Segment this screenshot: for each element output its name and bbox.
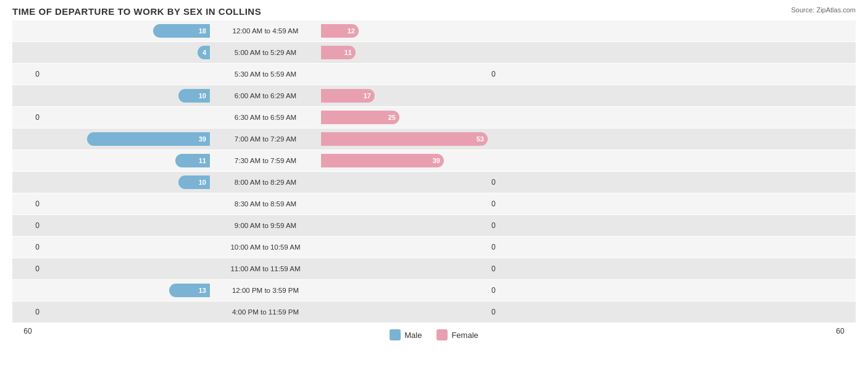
time-label: 7:30 AM to 7:59 AM — [210, 157, 321, 164]
left-value: 0 — [12, 243, 43, 251]
right-bar-area — [321, 197, 488, 211]
chart-container: TIME OF DEPARTURE TO WORK BY SEX IN COLL… — [0, 0, 868, 367]
male-bar: 4 — [198, 46, 210, 59]
right-bar-area — [321, 67, 488, 81]
source-text: Source: ZipAtlas.com — [791, 6, 856, 14]
chart-title: TIME OF DEPARTURE TO WORK BY SEX IN COLL… — [12, 6, 856, 17]
time-label: 5:00 AM to 5:29 AM — [210, 49, 321, 56]
chart-row: 0 9:00 AM to 9:59 AM 0 — [12, 215, 856, 236]
right-bar-area: 39 — [321, 154, 488, 167]
time-label: 8:00 AM to 8:29 AM — [210, 179, 321, 186]
legend-female-label: Female — [451, 331, 478, 340]
male-bar: 13 — [169, 284, 210, 297]
right-value: 0 — [488, 200, 519, 208]
right-value: 0 — [488, 178, 519, 187]
left-bar-area: 13 — [43, 284, 210, 297]
right-value: 0 — [488, 286, 519, 295]
left-bar-area: 4 — [43, 46, 210, 59]
chart-row: 0 4:00 PM to 11:59 PM 0 — [12, 302, 856, 323]
left-bar-area: 39 — [43, 132, 210, 146]
chart-area: 18 12:00 AM to 4:59 AM 12 4 5:00 AM to 5… — [12, 20, 856, 326]
male-bar: 10 — [178, 89, 210, 103]
legend: Male Female — [390, 329, 478, 340]
right-bar-area — [321, 305, 488, 319]
left-value: 0 — [12, 308, 43, 316]
left-value: 0 — [12, 70, 43, 78]
chart-row: 0 5:30 AM to 5:59 AM 0 — [12, 64, 856, 85]
time-label: 11:00 AM to 11:59 AM — [210, 265, 321, 272]
left-bar-area — [43, 197, 210, 211]
left-bar-area — [43, 67, 210, 81]
chart-row: 18 12:00 AM to 4:59 AM 12 — [12, 20, 856, 41]
time-label: 9:00 AM to 9:59 AM — [210, 222, 321, 229]
right-bar-area — [321, 262, 488, 276]
axis-right: 60 — [825, 327, 856, 340]
right-bar-area — [321, 284, 488, 297]
right-bar-area — [321, 175, 488, 189]
right-bar-area — [321, 240, 488, 254]
time-label: 4:00 PM to 11:59 PM — [210, 308, 321, 316]
right-bar-area: 53 — [321, 132, 488, 146]
time-label: 10:00 AM to 10:59 AM — [210, 243, 321, 251]
left-value: 0 — [12, 264, 43, 273]
time-label: 12:00 AM to 4:59 AM — [210, 27, 321, 35]
time-label: 8:30 AM to 8:59 AM — [210, 200, 321, 208]
female-bar: 25 — [321, 111, 399, 124]
left-bar-area — [43, 219, 210, 232]
chart-row: 0 10:00 AM to 10:59 AM 0 — [12, 237, 856, 258]
right-bar-area: 12 — [321, 24, 488, 38]
chart-row: 0 11:00 AM to 11:59 AM 0 — [12, 258, 856, 279]
female-bar: 17 — [321, 89, 375, 103]
chart-row: 0 6:30 AM to 6:59 AM 25 — [12, 107, 856, 128]
female-bar: 11 — [321, 46, 356, 59]
right-value: 0 — [488, 70, 519, 78]
female-bar: 39 — [321, 154, 444, 167]
time-label: 12:00 PM to 3:59 PM — [210, 287, 321, 294]
male-bar: 10 — [178, 175, 210, 189]
right-value: 0 — [488, 243, 519, 251]
chart-row: 39 7:00 AM to 7:29 AM 53 — [12, 129, 856, 150]
time-label: 7:00 AM to 7:29 AM — [210, 135, 321, 143]
male-bar: 18 — [153, 24, 210, 38]
left-bar-area — [43, 111, 210, 124]
left-bar-area: 10 — [43, 175, 210, 189]
chart-row: 10 6:00 AM to 6:29 AM 17 — [12, 85, 856, 106]
left-bar-area: 11 — [43, 154, 210, 167]
right-value: 0 — [488, 264, 519, 273]
left-bar-area — [43, 240, 210, 254]
axis-left: 60 — [12, 327, 43, 340]
right-bar-area: 25 — [321, 111, 488, 124]
chart-row: 0 8:30 AM to 8:59 AM 0 — [12, 193, 856, 214]
time-label: 6:00 AM to 6:29 AM — [210, 92, 321, 99]
legend-male-box — [390, 329, 401, 340]
chart-row: 13 12:00 PM to 3:59 PM 0 — [12, 280, 856, 301]
chart-row: 4 5:00 AM to 5:29 AM 11 — [12, 42, 856, 63]
left-bar-area — [43, 262, 210, 276]
male-bar: 11 — [175, 154, 210, 167]
legend-female: Female — [436, 329, 478, 340]
legend-female-box — [436, 329, 448, 340]
left-bar-area: 18 — [43, 24, 210, 38]
left-value: 0 — [12, 113, 43, 122]
male-bar: 39 — [87, 132, 210, 146]
right-bar-area: 11 — [321, 46, 488, 59]
left-bar-area — [43, 305, 210, 319]
right-bar-area — [321, 219, 488, 232]
legend-male-label: Male — [404, 331, 422, 340]
chart-row: 10 8:00 AM to 8:29 AM 0 — [12, 172, 856, 193]
time-label: 6:30 AM to 6:59 AM — [210, 114, 321, 121]
female-bar: 53 — [321, 132, 488, 146]
chart-row: 11 7:30 AM to 7:59 AM 39 — [12, 150, 856, 171]
left-bar-area: 10 — [43, 89, 210, 103]
right-bar-area: 17 — [321, 89, 488, 103]
right-value: 0 — [488, 221, 519, 230]
female-bar: 12 — [321, 24, 359, 38]
legend-male: Male — [390, 329, 422, 340]
left-value: 0 — [12, 200, 43, 208]
right-value: 0 — [488, 308, 519, 316]
left-value: 0 — [12, 221, 43, 230]
time-label: 5:30 AM to 5:59 AM — [210, 70, 321, 78]
